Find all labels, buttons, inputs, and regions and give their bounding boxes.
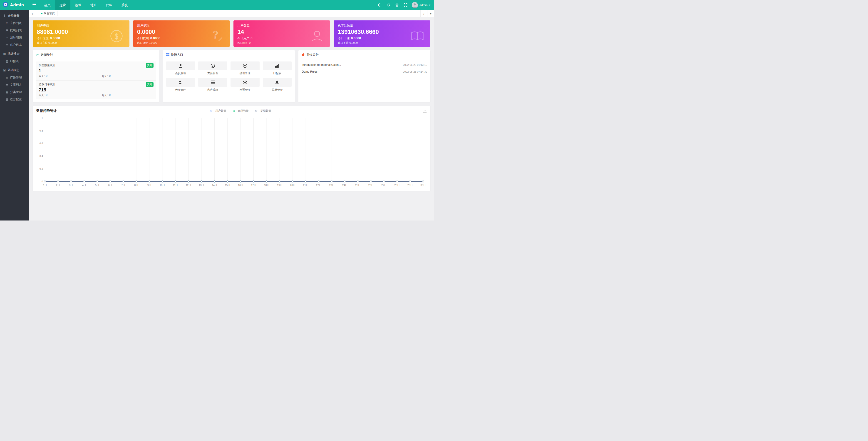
admin-dashboard: Admin 会员 运营 游戏 地址 代理 系统	[0, 0, 434, 220]
nav-item-games[interactable]: 游戏	[70, 0, 86, 10]
arrow-up-circle-icon	[230, 62, 259, 70]
today-label: 今天:	[39, 94, 45, 97]
tabs-scroll-left-icon[interactable]: ‹	[29, 10, 36, 17]
tabs-scroll-right-icon[interactable]: ›	[421, 10, 427, 17]
card-total-bets: 总下注数量 13910630.6660 今日下注0.0000 昨日下注 0.00…	[334, 21, 430, 47]
trend-chart-area[interactable]: 00.20.40.60.811日2日3日4日5日6日7日8日9日10日11日12…	[36, 115, 427, 190]
brand-title: Admin	[10, 2, 24, 7]
card-today-value: 0	[251, 36, 252, 40]
sidebar-item-label: 语言配置	[10, 97, 22, 101]
legend-recharge-count[interactable]: 充值数量	[231, 109, 249, 113]
quick-config-management[interactable]: 配置管理	[230, 78, 259, 92]
nav-item-operations[interactable]: 运营	[55, 0, 70, 10]
card-title: 用户数量	[238, 24, 326, 28]
quick-recharge-management[interactable]: 充值管理	[198, 62, 227, 75]
sidebar-item-label: 分类管理	[10, 90, 22, 94]
nav-item-members[interactable]: 会员	[39, 0, 55, 10]
tab-home[interactable]: 后台首页	[38, 11, 58, 16]
sidebar-toggle-button[interactable]	[29, 0, 39, 10]
panel-title: 系统公告	[306, 53, 319, 57]
svg-text:$: $	[114, 32, 119, 41]
brand[interactable]: Admin	[0, 2, 29, 8]
quick-agent-management[interactable]: 代理管理	[166, 78, 195, 92]
grid-icon	[166, 53, 169, 57]
sidebar-item-language[interactable]: ▩语言配置	[0, 96, 29, 103]
quick-label: 菜单管理	[272, 88, 282, 92]
quick-entry-header: 快捷入口	[163, 50, 295, 59]
sidebar-item-ads[interactable]: ▧广告管理	[0, 74, 29, 81]
user-plus-icon	[166, 78, 195, 87]
user-menu[interactable]: admin ▾	[410, 2, 434, 8]
legend-user-count[interactable]: 用户数量	[209, 109, 226, 113]
main-menu: 会员 运营 游戏 地址 代理 系统	[39, 0, 132, 10]
stat-cards-row: 用户充值 88081.0000 今日充值0.0000 昨日充值 0.0000 $…	[33, 21, 430, 47]
sidebar-item-account-log[interactable]: ▤账户日志	[0, 41, 29, 48]
trend-line-chart: 00.20.40.60.811日2日3日4日5日6日7日8日9日10日11日12…	[36, 115, 427, 190]
sidebar-item-articles[interactable]: ▤文章列表	[0, 81, 29, 89]
sidebar-group-label: 基础信息	[8, 68, 20, 72]
notice-title: Introduction to Imperial Casin...	[302, 63, 341, 66]
system-notice-body: Introduction to Imperial Casin... 2022-0…	[299, 59, 430, 78]
sidebar-group-title-finance[interactable]: $ 会员账务	[0, 11, 29, 20]
sidebar-item-label: 日报表	[10, 59, 19, 63]
trend-chart-header: 数据趋势统计 用户数量 充值数量	[36, 109, 427, 113]
quick-content-edit[interactable]: 内容编辑	[198, 78, 227, 92]
sidebar-item-label: 账户日志	[10, 43, 22, 47]
notice-item[interactable]: Introduction to Imperial Casin... 2022-0…	[302, 62, 427, 68]
card-user-recharge: 用户充值 88081.0000 今日充值0.0000 昨日充值 0.0000 $	[33, 21, 129, 47]
card-title: 用户提现	[137, 24, 226, 28]
navbar-right: admin ▾	[375, 0, 434, 10]
sidebar-item-withdraw-list[interactable]: ⊟提现列表	[0, 27, 29, 34]
sidebar-group-title-basic-info[interactable]: ▣ 基础信息	[0, 66, 29, 74]
quick-label: 充值管理	[207, 71, 218, 75]
stat-block-label: 游戏订单统计	[39, 82, 56, 87]
card-title: 总下注数量	[338, 24, 426, 28]
question-pen-icon: ?	[210, 29, 224, 44]
legend-withdraw-count[interactable]: 提现数量	[254, 109, 271, 113]
tabbar: ‹ 后台首页 › ▾	[29, 10, 434, 17]
list-lines-icon	[198, 78, 227, 87]
data-stats-body: 代理数量统计 实时 1 今天:0 昨天:0	[33, 59, 159, 102]
card-title: 用户充值	[37, 24, 125, 28]
card-yesterday-value: 0.0000	[49, 41, 57, 44]
card-today-value: 0.0000	[150, 36, 160, 40]
download-icon[interactable]	[423, 109, 427, 113]
fullscreen-icon[interactable]	[401, 0, 410, 10]
quick-withdraw-management[interactable]: 提现管理	[230, 62, 259, 75]
card-yesterday-label: 昨日充值	[37, 41, 48, 44]
svg-text:15日: 15日	[225, 184, 230, 186]
dot-circle-icon[interactable]	[375, 0, 384, 10]
nav-item-system[interactable]: 系统	[117, 0, 132, 10]
svg-text:0.6: 0.6	[39, 142, 43, 145]
sidebar-item-recharge-list[interactable]: ⊞充值列表	[0, 20, 29, 27]
svg-text:0: 0	[41, 180, 43, 183]
trash-icon[interactable]	[393, 0, 401, 10]
sidebar-item-transfer-detail[interactable]: ≡划转明细	[0, 34, 29, 41]
quick-entry-panel: 快捷入口 会员管理	[163, 50, 295, 102]
svg-text:21日: 21日	[303, 184, 308, 186]
dollar-circle-icon: $	[110, 29, 124, 44]
nav-item-agents[interactable]: 代理	[101, 0, 117, 10]
agent-count-block: 代理数量统计 实时 1 今天:0 昨天:0	[36, 62, 156, 80]
sidebar-item-daily-report[interactable]: ▥日报表	[0, 58, 29, 65]
notice-item[interactable]: Game Rules 2022-05-25 07:14:39	[302, 68, 427, 75]
card-today-value: 0.0000	[50, 36, 60, 40]
quick-member-management[interactable]: 会员管理	[166, 62, 195, 75]
refresh-icon[interactable]	[384, 0, 393, 10]
panels-row: 数据统计 代理数量统计 实时 1 今天:0	[33, 50, 430, 102]
yesterday-value: 0	[109, 74, 111, 78]
table-icon: ▥	[5, 60, 9, 63]
sidebar-item-label: 文章列表	[10, 83, 22, 87]
finance-coin-icon: $	[3, 14, 6, 17]
today-label: 今天:	[39, 74, 45, 78]
person-icon	[310, 29, 324, 44]
quick-daily-report[interactable]: 日报表	[263, 62, 292, 75]
sidebar-group-title-reports[interactable]: ▦ 统计报表	[0, 49, 29, 58]
tabs-menu-icon[interactable]: ▾	[427, 10, 434, 17]
nav-item-address[interactable]: 地址	[86, 0, 101, 10]
sidebar-item-categories[interactable]: ▦分类管理	[0, 89, 29, 96]
svg-text:19日: 19日	[277, 184, 282, 186]
minus-square-icon: ⊟	[5, 29, 9, 32]
sidebar-group-basic-info: ▣ 基础信息 ▧广告管理 ▤文章列表 ▦分类管理 ▩语言配置	[0, 66, 29, 103]
quick-menu-management[interactable]: 菜单管理	[263, 78, 292, 92]
